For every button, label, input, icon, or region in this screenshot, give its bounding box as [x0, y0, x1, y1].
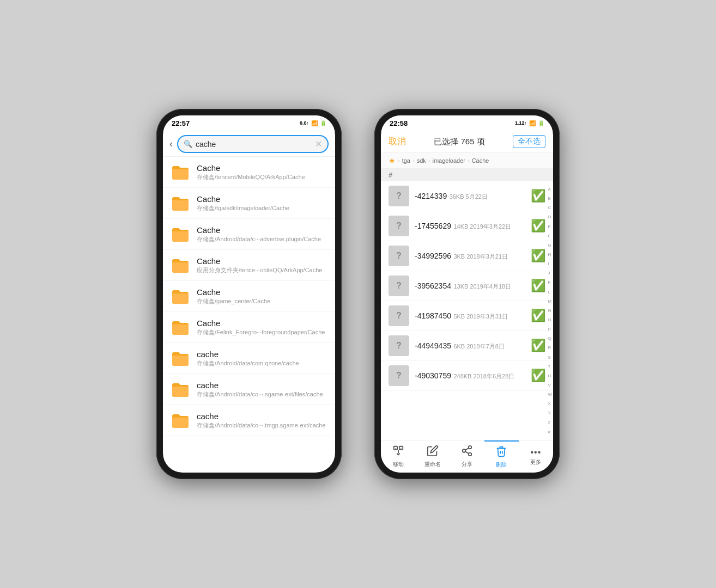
move-tool[interactable]: 移动 [381, 440, 415, 473]
battery-icon: 🔋 [320, 120, 326, 126]
file-name: -49030759 [415, 371, 451, 380]
file-name: -44949435 [415, 341, 451, 350]
table-row[interactable]: ? -17455629 14KB 2019年3月22日 ✅ [381, 211, 553, 241]
svg-line-5 [465, 451, 469, 454]
folder-icon [171, 255, 190, 275]
check-icon[interactable]: ✅ [531, 339, 545, 353]
left-status-bar: 22:57 0.0↑ 📶 🔋 [163, 115, 335, 131]
wifi-icon: 📶 [311, 120, 318, 126]
cancel-button[interactable]: 取消 [389, 136, 406, 148]
breadcrumb: ★ › tga › sdk › imageloader › Cache [381, 153, 553, 169]
result-name: cache [197, 381, 323, 390]
result-name: Cache [197, 318, 325, 328]
deselect-all-button[interactable]: 全不选 [513, 135, 545, 148]
file-thumbnail: ? [389, 365, 409, 386]
file-info: -39562354 13KB 2019年4月18日 [415, 281, 525, 291]
result-info: cache 存储盘/Android/data/com.qzone/cache [197, 350, 299, 367]
file-thumbnail: ? [389, 335, 409, 356]
result-name: Cache [197, 256, 322, 266]
more-label: 更多 [530, 458, 541, 466]
rename-icon [427, 445, 439, 460]
sep2: › [412, 157, 415, 164]
result-info: Cache 存储盘/Android/data/c···advertise.plu… [197, 225, 321, 243]
rename-tool[interactable]: 重命名 [415, 440, 450, 473]
result-path: 应用分身文件夹/tence···obileQQ/ArkApp/Cache [197, 266, 322, 274]
check-icon[interactable]: ✅ [531, 279, 545, 293]
file-thumbnail: ? [389, 246, 409, 266]
crumb-sdk[interactable]: sdk [417, 157, 426, 164]
alpha-index-letter[interactable]: # [548, 430, 552, 434]
result-info: Cache 存储盘/Felink_Foregro···foregroundpap… [197, 318, 325, 336]
file-info: -34992596 3KB 2018年3月21日 [415, 251, 525, 261]
list-item[interactable]: Cache 存储盘/tga/sdk/imageloader/Cache [163, 188, 335, 219]
check-icon[interactable]: ✅ [531, 309, 545, 323]
folder-icon [171, 193, 190, 213]
file-name: -4214339 [415, 192, 447, 200]
file-thumbnail: ? [389, 186, 409, 206]
list-item[interactable]: Cache 存储盘/game_center/Cache [163, 281, 335, 312]
bottom-toolbar: 移动 重命名 分享 [381, 440, 553, 473]
table-row[interactable]: ? -41987450 5KB 2019年3月31日 ✅ [381, 301, 553, 331]
file-thumbnail: ? [389, 305, 409, 326]
selected-count-label: 已选择 765 项 [434, 137, 484, 147]
search-icon: 🔍 [184, 140, 192, 148]
table-row[interactable]: ? -49030759 248KB 2018年6月28日 ✅ [381, 361, 553, 391]
crumb-cache[interactable]: Cache [472, 157, 489, 164]
result-info: cache 存储盘/Android/data/co···.sgame-ext/f… [197, 381, 323, 399]
file-name: -41987450 [415, 311, 451, 320]
clear-button[interactable]: ✕ [315, 139, 322, 149]
file-thumbnail: ? [389, 275, 409, 296]
result-info: Cache 存储盘/tencent/MobileQQ/ArkApp/Cache [197, 163, 305, 181]
list-item[interactable]: Cache 应用分身文件夹/tence···obileQQ/ArkApp/Cac… [163, 250, 335, 281]
result-info: cache 存储盘/Android/data/co···.tmgp.sgame-… [197, 412, 326, 430]
search-box[interactable]: 🔍 cache ✕ [177, 135, 329, 153]
table-row[interactable]: ? -44949435 6KB 2018年7月8日 ✅ [381, 331, 553, 361]
share-label: 分享 [462, 461, 472, 468]
delete-tool[interactable]: 删除 [484, 440, 519, 473]
check-icon[interactable]: ✅ [531, 189, 545, 203]
list-item[interactable]: Cache 存储盘/Android/data/c···advertise.plu… [163, 219, 335, 250]
check-icon[interactable]: ✅ [531, 249, 545, 263]
signal-text: 0.0↑ [300, 120, 309, 126]
list-item[interactable]: cache 存储盘/Android/data/com.qzone/cache [163, 343, 335, 374]
alpha-index-letter[interactable]: W [548, 392, 552, 397]
selection-header: 取消 已选择 765 项 全不选 [381, 131, 553, 153]
more-tool[interactable]: ••• 更多 [519, 440, 553, 473]
result-path: 存储盘/Android/data/co···.tmgp.sgame-ext/ca… [197, 421, 326, 430]
list-item[interactable]: Cache 存储盘/Felink_Foregro···foregroundpap… [163, 312, 335, 343]
table-row[interactable]: ? -4214339 36KB 5月22日 ✅ [381, 181, 553, 211]
sep3: › [428, 157, 430, 164]
check-icon[interactable]: ✅ [531, 369, 545, 383]
result-name: cache [197, 412, 326, 421]
crumb-tga[interactable]: tga [402, 157, 410, 164]
table-row[interactable]: ? -34992596 3KB 2018年3月21日 ✅ [381, 241, 553, 271]
search-result-list: Cache 存储盘/tencent/MobileQQ/ArkApp/Cache … [163, 157, 335, 473]
crumb-imageloader[interactable]: imageloader [432, 157, 465, 164]
alpha-index-letter[interactable]: X [548, 401, 552, 406]
alpha-index-letter[interactable]: Y [548, 411, 552, 415]
list-item[interactable]: cache 存储盘/Android/data/co···.tmgp.sgame-… [163, 405, 335, 436]
back-button[interactable]: ‹ [169, 138, 173, 150]
list-item[interactable]: Cache 存储盘/tencent/MobileQQ/ArkApp/Cache [163, 157, 335, 188]
more-icon: ••• [531, 448, 542, 457]
check-icon[interactable]: ✅ [531, 219, 545, 233]
file-info: -41987450 5KB 2019年3月31日 [415, 311, 525, 321]
list-item[interactable]: cache 存储盘/Android/data/co···.sgame-ext/f… [163, 374, 335, 405]
file-meta: 3KB 2018年3月21日 [453, 253, 508, 260]
left-time: 22:57 [172, 119, 190, 127]
alpha-index-letter[interactable]: Z [548, 420, 552, 425]
result-info: Cache 存储盘/game_center/Cache [197, 287, 270, 305]
share-tool[interactable]: 分享 [450, 440, 484, 473]
move-label: 移动 [393, 461, 404, 468]
result-info: Cache 存储盘/tga/sdk/imageloader/Cache [197, 194, 289, 212]
file-info: -4214339 36KB 5月22日 [415, 191, 525, 201]
file-meta: 36KB 5月22日 [450, 193, 488, 200]
file-info: -49030759 248KB 2018年6月28日 [415, 371, 525, 381]
rename-label: 重命名 [424, 461, 441, 468]
delete-label: 删除 [496, 461, 507, 469]
battery-icon-right: 🔋 [538, 120, 544, 126]
sep1: › [398, 157, 400, 164]
file-list: ? -4214339 36KB 5月22日 ✅ ? -17455629 14KB… [381, 181, 553, 440]
table-row[interactable]: ? -39562354 13KB 2019年4月18日 ✅ [381, 271, 553, 301]
search-input-value[interactable]: cache [196, 140, 312, 149]
